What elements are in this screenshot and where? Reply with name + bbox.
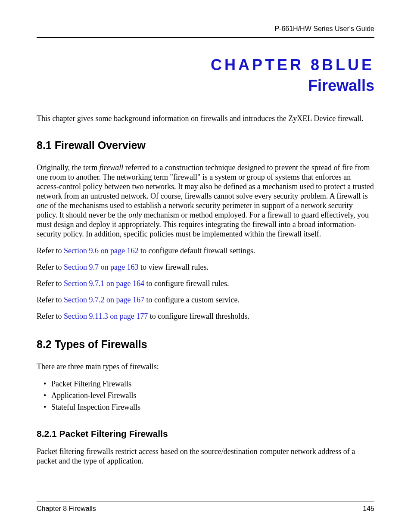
section-8-2-1-heading: 8.2.1 Packet Filtering Firewalls <box>37 429 374 439</box>
chapter-label: CHAPTER 8BLUE <box>37 56 374 74</box>
xref-link[interactable]: Section 9.6 on page 162 <box>64 246 138 255</box>
firewall-types-list: Packet Filtering Firewalls Application-l… <box>37 378 374 413</box>
xref-link[interactable]: Section 9.11.3 on page 177 <box>64 312 148 320</box>
footer-page-number: 145 <box>363 505 374 513</box>
section-8-1-heading: 8.1 Firewall Overview <box>37 139 374 152</box>
section-8-2-1-paragraph: Packet filtering firewalls restrict acce… <box>37 447 374 466</box>
guide-title: P-661H/HW Series User's Guide <box>274 25 374 32</box>
list-item: Application-level Firewalls <box>51 390 374 401</box>
ref-line-1: Refer to Section 9.6 on page 162 to conf… <box>37 246 374 255</box>
ref-line-3: Refer to Section 9.7.1 on page 164 to co… <box>37 279 374 288</box>
page-footer: Chapter 8 Firewalls 145 <box>37 501 374 513</box>
section-8-1-paragraph: Originally, the term firewall referred t… <box>37 163 374 239</box>
document-page: P-661H/HW Series User's Guide CHAPTER 8B… <box>0 0 411 532</box>
footer-chapter: Chapter 8 Firewalls <box>37 505 96 513</box>
ref-line-2: Refer to Section 9.7 on page 163 to view… <box>37 262 374 272</box>
page-header: P-661H/HW Series User's Guide <box>37 25 374 38</box>
xref-link[interactable]: Section 9.7 on page 163 <box>64 263 138 271</box>
list-item: Stateful Inspection Firewalls <box>51 401 374 413</box>
xref-link[interactable]: Section 9.7.2 on page 167 <box>64 296 144 304</box>
section-8-2-heading: 8.2 Types of Firewalls <box>37 338 374 351</box>
section-8-2-intro: There are three main types of firewalls: <box>37 362 374 371</box>
chapter-heading: CHAPTER 8BLUE Firewalls <box>37 56 374 95</box>
chapter-title: Firewalls <box>37 77 374 95</box>
chapter-intro: This chapter gives some background infor… <box>37 114 374 124</box>
xref-link[interactable]: Section 9.7.1 on page 164 <box>64 279 144 288</box>
ref-line-5: Refer to Section 9.11.3 on page 177 to c… <box>37 311 374 321</box>
ref-line-4: Refer to Section 9.7.2 on page 167 to co… <box>37 295 374 305</box>
list-item: Packet Filtering Firewalls <box>51 378 374 390</box>
